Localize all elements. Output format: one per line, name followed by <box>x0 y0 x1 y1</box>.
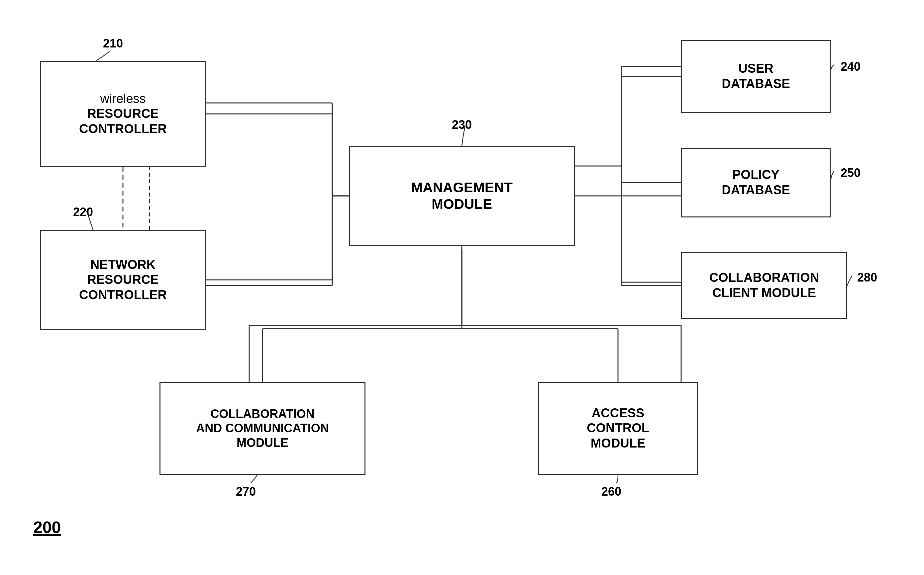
user-database-box: USERDATABASE <box>681 40 831 113</box>
collaboration-communication-module-box: COLLABORATIONAND COMMUNICATIONMODULE <box>159 382 365 475</box>
wireless-resource-controller-label: wireless RESOURCECONTROLLER <box>79 91 167 137</box>
label-280: 280 <box>857 270 877 284</box>
diagram-label-200: 200 <box>33 518 61 537</box>
label-270: 270 <box>236 485 256 499</box>
label-260: 260 <box>601 485 621 499</box>
management-module-box: MANAGEMENTMODULE <box>349 146 575 246</box>
access-control-module-label: ACCESSCONTROLMODULE <box>587 406 649 451</box>
wireless-resource-controller-box: wireless RESOURCECONTROLLER <box>40 61 206 167</box>
collaboration-client-module-label: COLLABORATIONCLIENT MODULE <box>709 270 819 300</box>
label-240: 240 <box>841 60 860 74</box>
user-database-label: USERDATABASE <box>722 61 790 91</box>
label-220: 220 <box>73 205 93 219</box>
label-230: 230 <box>452 118 472 132</box>
policy-database-label: POLICYDATABASE <box>722 167 790 197</box>
access-control-module-box: ACCESSCONTROLMODULE <box>538 382 698 475</box>
network-resource-controller-label: NETWORKRESOURCECONTROLLER <box>79 257 167 303</box>
collaboration-client-module-box: COLLABORATIONCLIENT MODULE <box>681 252 847 319</box>
policy-database-box: POLICYDATABASE <box>681 148 831 218</box>
network-resource-controller-box: NETWORKRESOURCECONTROLLER <box>40 230 206 330</box>
label-210: 210 <box>103 37 123 51</box>
collaboration-communication-module-label: COLLABORATIONAND COMMUNICATIONMODULE <box>196 407 328 450</box>
label-250: 250 <box>841 166 860 180</box>
diagram: wireless RESOURCECONTROLLER 210 NETWORKR… <box>0 0 924 575</box>
management-module-label: MANAGEMENTMODULE <box>411 179 513 213</box>
